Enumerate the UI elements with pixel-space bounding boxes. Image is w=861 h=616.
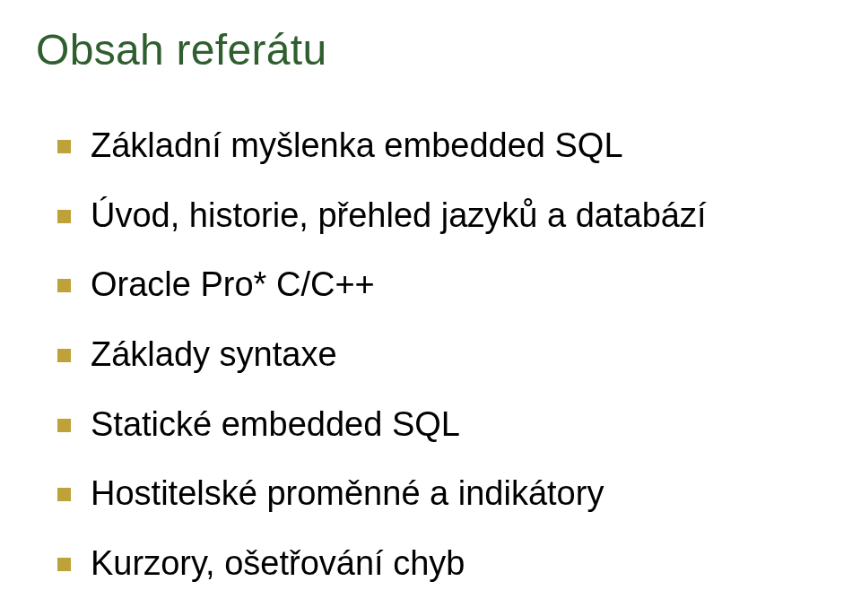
list-item-label: Úvod, historie, přehled jazyků a databáz… bbox=[91, 196, 707, 236]
list-item-label: Hostitelské proměnné a indikátory bbox=[91, 474, 604, 514]
list-item: Kurzory, ošetřování chyb bbox=[57, 544, 825, 584]
bullet-icon bbox=[57, 419, 71, 432]
list-item-label: Oracle Pro* C/C++ bbox=[91, 265, 375, 305]
bullet-icon bbox=[57, 349, 71, 362]
list-item: Statické embedded SQL bbox=[57, 405, 825, 445]
content-list: Základní myšlenka embedded SQL Úvod, his… bbox=[36, 126, 825, 616]
list-item-label: Kurzory, ošetřování chyb bbox=[91, 544, 465, 584]
list-item: Základní myšlenka embedded SQL bbox=[57, 126, 825, 166]
bullet-icon bbox=[57, 558, 71, 571]
list-item-label: Základní myšlenka embedded SQL bbox=[91, 126, 623, 166]
list-item: Úvod, historie, přehled jazyků a databáz… bbox=[57, 196, 825, 236]
bullet-icon bbox=[57, 210, 71, 223]
bullet-icon bbox=[57, 488, 71, 501]
list-item: Základy syntaxe bbox=[57, 335, 825, 375]
list-item-label: Statické embedded SQL bbox=[91, 405, 460, 445]
bullet-icon bbox=[57, 279, 71, 292]
list-item: Oracle Pro* C/C++ bbox=[57, 265, 825, 305]
list-item-label: Základy syntaxe bbox=[91, 335, 337, 375]
page-title: Obsah referátu bbox=[36, 25, 825, 74]
list-item: Hostitelské proměnné a indikátory bbox=[57, 474, 825, 514]
bullet-icon bbox=[57, 140, 71, 153]
